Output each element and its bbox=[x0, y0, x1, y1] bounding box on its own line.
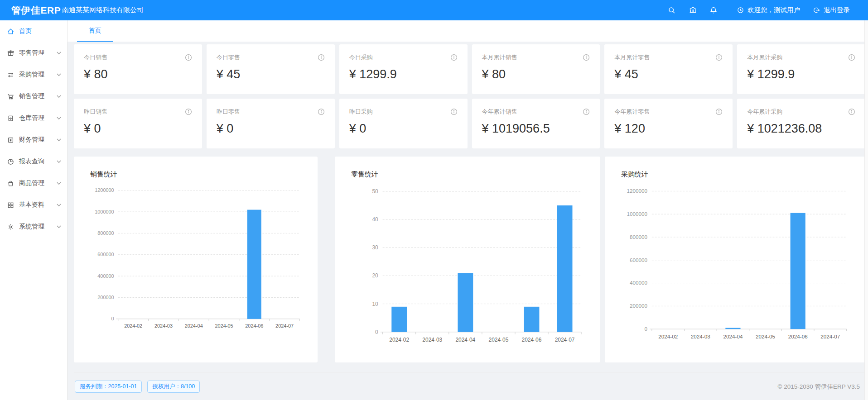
main-content: 今日销售 ¥ 80 今日零售 ¥ 45 今日采购 ¥ 1299.9 本月累计销售… bbox=[68, 42, 868, 400]
svg-text:2024-06: 2024-06 bbox=[522, 337, 542, 343]
user-menu[interactable]: 欢迎您，测试用户 bbox=[730, 0, 806, 20]
stat-value: ¥ 1019056.5 bbox=[482, 122, 590, 136]
sidebar-item-label: 采购管理 bbox=[19, 71, 57, 79]
sidebar-item-reports[interactable]: 报表查询 bbox=[0, 151, 67, 172]
svg-text:2024-02: 2024-02 bbox=[658, 333, 678, 339]
logout-icon bbox=[813, 6, 820, 14]
svg-text:1000000: 1000000 bbox=[95, 209, 114, 214]
stat-card-month-purchase: 本月累计采购 ¥ 1299.9 bbox=[737, 44, 865, 94]
stat-card-yesterday-sales: 昨日销售 ¥ 0 bbox=[74, 99, 202, 148]
stat-label: 今年累计采购 bbox=[747, 108, 782, 116]
info-icon[interactable] bbox=[185, 108, 192, 115]
stat-value: ¥ 0 bbox=[84, 122, 192, 136]
grid-icon bbox=[7, 201, 14, 209]
sidebar-item-system[interactable]: 系统管理 bbox=[0, 216, 67, 238]
sidebar-item-label: 仓库管理 bbox=[19, 114, 57, 122]
svg-text:800000: 800000 bbox=[97, 230, 114, 236]
bank-icon[interactable] bbox=[682, 0, 703, 20]
sidebar-item-label: 首页 bbox=[19, 27, 61, 35]
stat-card-yesterday-purchase: 昨日采购 ¥ 0 bbox=[339, 99, 468, 148]
info-icon[interactable] bbox=[318, 108, 325, 115]
sidebar-item-retail[interactable]: 零售管理 bbox=[0, 42, 67, 64]
info-icon[interactable] bbox=[318, 54, 325, 61]
tab-home[interactable]: 首页 bbox=[77, 20, 113, 42]
svg-text:50: 50 bbox=[372, 188, 378, 195]
logout-label: 退出登录 bbox=[824, 6, 850, 14]
sidebar-item-finance[interactable]: 财务管理 bbox=[0, 129, 67, 151]
sidebar-item-label: 基本资料 bbox=[19, 201, 57, 209]
svg-text:2024-06: 2024-06 bbox=[245, 323, 263, 329]
svg-text:2024-02: 2024-02 bbox=[389, 337, 409, 343]
pie-chart-icon bbox=[7, 158, 14, 166]
sidebar-item-label: 报表查询 bbox=[19, 157, 57, 166]
swap-arrows-icon bbox=[7, 71, 14, 79]
sidebar-item-goods[interactable]: 商品管理 bbox=[0, 172, 67, 194]
bar-2024-06 bbox=[524, 307, 540, 332]
sales-chart-panel: 销售统计 02000004000006000008000001000000120… bbox=[74, 157, 318, 362]
stat-label: 昨日采购 bbox=[349, 108, 373, 116]
svg-text:2024-05: 2024-05 bbox=[489, 337, 509, 343]
sidebar-item-sales[interactable]: 销售管理 bbox=[0, 86, 67, 107]
svg-text:2024-03: 2024-03 bbox=[154, 323, 173, 329]
chevron-down-icon bbox=[57, 95, 61, 98]
sidebar-item-warehouse[interactable]: 仓库管理 bbox=[0, 107, 67, 129]
svg-text:2024-02: 2024-02 bbox=[124, 323, 142, 329]
stat-value: ¥ 80 bbox=[84, 67, 192, 81]
svg-text:2024-05: 2024-05 bbox=[215, 323, 233, 329]
svg-text:1200000: 1200000 bbox=[95, 187, 114, 193]
svg-text:20: 20 bbox=[372, 272, 378, 279]
purchase-bar-chart: 0200000400000600000800000100000012000002… bbox=[611, 180, 859, 357]
app-header: 管伊佳ERP 南通某某网络科技有限公司 欢迎您，测试用户 退出登录 bbox=[0, 0, 868, 20]
info-icon[interactable] bbox=[848, 54, 855, 61]
bell-icon[interactable] bbox=[703, 0, 724, 20]
service-expiry-badge[interactable]: 服务到期：2025-01-01 bbox=[75, 381, 142, 393]
svg-text:2024-03: 2024-03 bbox=[422, 337, 442, 343]
purchase-chart-panel: 采购统计 02000004000006000008000001000000120… bbox=[605, 157, 865, 362]
stat-value: ¥ 120 bbox=[614, 122, 723, 136]
gear-icon bbox=[7, 223, 14, 231]
scrollbar[interactable] bbox=[864, 20, 868, 400]
svg-text:2024-05: 2024-05 bbox=[756, 333, 775, 339]
search-icon[interactable] bbox=[661, 0, 682, 20]
svg-text:2024-06: 2024-06 bbox=[788, 333, 808, 339]
svg-text:2024-07: 2024-07 bbox=[555, 337, 575, 343]
stat-card-year-purchase: 今年累计采购 ¥ 1021236.08 bbox=[737, 99, 865, 148]
stat-label: 今年累计零售 bbox=[614, 108, 650, 116]
svg-text:1200000: 1200000 bbox=[627, 188, 647, 194]
svg-text:2024-07: 2024-07 bbox=[275, 323, 294, 329]
svg-text:200000: 200000 bbox=[630, 303, 648, 309]
info-icon[interactable] bbox=[185, 54, 192, 61]
stat-value: ¥ 0 bbox=[217, 122, 325, 136]
app-logo[interactable]: 管伊佳ERP bbox=[0, 4, 62, 17]
tab-bar: 首页 bbox=[68, 20, 868, 42]
stat-label: 昨日销售 bbox=[84, 108, 107, 116]
chart-title: 销售统计 bbox=[90, 170, 311, 179]
stat-label: 今年累计销售 bbox=[482, 108, 517, 116]
licensed-users-badge[interactable]: 授权用户：8/100 bbox=[147, 381, 200, 393]
finance-icon bbox=[7, 136, 14, 144]
stat-label: 昨日零售 bbox=[217, 108, 240, 116]
info-icon[interactable] bbox=[583, 54, 590, 61]
svg-text:200000: 200000 bbox=[97, 295, 114, 300]
info-icon[interactable] bbox=[848, 108, 855, 115]
sidebar-item-home[interactable]: 首页 bbox=[0, 20, 67, 42]
info-icon[interactable] bbox=[450, 108, 458, 115]
sidebar: 首页 零售管理 采购管理 销售管理 仓库管理 财务管理 报表查询 商品管理 基本… bbox=[0, 20, 68, 400]
stat-card-month-retail: 本月累计零售 ¥ 45 bbox=[604, 44, 733, 94]
chevron-down-icon bbox=[57, 138, 61, 142]
chevron-down-icon bbox=[57, 52, 61, 55]
info-icon[interactable] bbox=[583, 108, 590, 115]
sidebar-item-purchase[interactable]: 采购管理 bbox=[0, 64, 67, 86]
svg-text:1000000: 1000000 bbox=[627, 211, 647, 217]
logout-button[interactable]: 退出登录 bbox=[806, 0, 856, 20]
sidebar-item-label: 销售管理 bbox=[19, 92, 57, 100]
retail-chart-panel: 零售统计 010203040502024-022024-032024-04202… bbox=[335, 157, 600, 362]
bar-2024-04 bbox=[458, 273, 473, 332]
stat-cards: 今日销售 ¥ 80 今日零售 ¥ 45 今日采购 ¥ 1299.9 本月累计销售… bbox=[74, 44, 865, 148]
chevron-down-icon bbox=[57, 204, 61, 207]
sidebar-item-basedata[interactable]: 基本资料 bbox=[0, 194, 67, 216]
info-icon[interactable] bbox=[715, 54, 723, 61]
info-icon[interactable] bbox=[715, 108, 723, 115]
cabinet-icon bbox=[7, 114, 14, 122]
info-icon[interactable] bbox=[450, 54, 458, 61]
